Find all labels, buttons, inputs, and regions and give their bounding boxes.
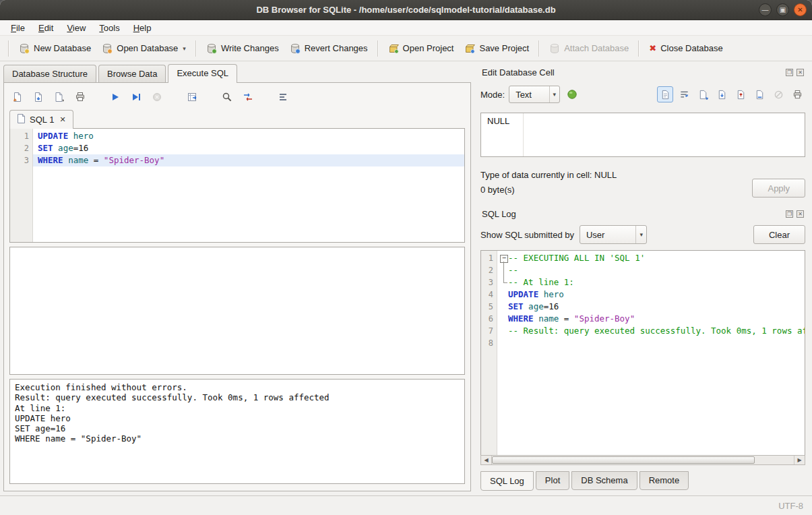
code-line[interactable]: -- At line 1:: [497, 276, 805, 289]
attach-database-icon: [549, 43, 560, 54]
minimize-icon[interactable]: —: [759, 3, 772, 16]
apply-button[interactable]: Apply: [752, 179, 805, 198]
dock-tab-plot[interactable]: Plot: [536, 471, 569, 490]
stop-icon[interactable]: [149, 89, 165, 105]
chevron-down-icon: ▾: [635, 226, 643, 243]
sql-toolbar: [9, 86, 465, 108]
code-line[interactable]: SET age=16: [33, 142, 464, 154]
execute-all-icon[interactable]: [107, 89, 123, 105]
tab-execute-sql[interactable]: Execute SQL: [168, 64, 237, 83]
revert-changes-button[interactable]: Revert Changes: [284, 40, 373, 57]
scroll-right-icon[interactable]: ▶: [794, 456, 805, 464]
attach-database-button[interactable]: Attach Database: [544, 40, 634, 57]
print-icon[interactable]: [72, 89, 88, 105]
new-database-label: New Database: [34, 43, 91, 53]
tab-browse-data[interactable]: Browse Data: [98, 65, 166, 82]
close-panel-icon[interactable]: ✕: [797, 210, 804, 218]
close-tab-icon[interactable]: ✕: [59, 115, 65, 124]
set-null-icon[interactable]: [770, 86, 786, 102]
save-sql-file-as-icon[interactable]: [51, 89, 67, 105]
scrollbar-track[interactable]: [492, 456, 794, 464]
dock-tab-remote[interactable]: Remote: [639, 471, 689, 490]
menu-help[interactable]: Help: [127, 21, 158, 35]
new-database-button[interactable]: New Database: [13, 40, 96, 57]
code-line[interactable]: --: [497, 264, 805, 276]
open-project-button[interactable]: Open Project: [383, 40, 460, 57]
sql-log-view[interactable]: 12345678-- EXECUTING ALL IN 'SQL 1'---- …: [480, 250, 805, 455]
code-line[interactable]: -- EXECUTING ALL IN 'SQL 1': [497, 252, 805, 264]
toolbar-separator: [8, 40, 9, 57]
auto-format-icon[interactable]: [564, 86, 580, 102]
toolbar-separator: [638, 40, 639, 57]
fold-marker-icon[interactable]: [499, 252, 508, 264]
line-number: 4: [481, 289, 497, 301]
sql-log-title: SQL Log: [482, 209, 516, 219]
mode-select[interactable]: Text ▾: [509, 86, 560, 103]
dock-tab-sql-log[interactable]: SQL Log: [480, 471, 534, 491]
export-to-file-icon[interactable]: [732, 86, 749, 102]
cell-editor[interactable]: NULL: [480, 113, 805, 157]
write-changes-label: Write Changes: [221, 43, 279, 53]
code-line[interactable]: UPDATE hero: [497, 289, 805, 301]
encoding-indicator[interactable]: UTF-8: [778, 501, 803, 511]
close-panel-icon[interactable]: ✕: [797, 69, 804, 76]
line-number: 1: [481, 252, 497, 264]
sql-editor[interactable]: 123UPDATE heroSET age=16WHERE name = "Sp…: [9, 128, 465, 243]
save-as-icon[interactable]: [751, 86, 768, 102]
edit-cell-dock-icons: ❐ ✕: [786, 69, 804, 76]
code-token: [534, 313, 539, 325]
write-changes-button[interactable]: Write Changes: [201, 40, 284, 57]
log-filter-select[interactable]: User ▾: [580, 225, 647, 244]
open-database-dropdown-icon[interactable]: ▾: [183, 45, 186, 52]
sql-tab[interactable]: SQL 1 ✕: [9, 110, 73, 129]
scrollbar-thumb[interactable]: [492, 456, 755, 464]
code-line[interactable]: -- Result: query executed successfully. …: [497, 325, 805, 337]
print-cell-icon[interactable]: [789, 86, 805, 102]
log-hscrollbar[interactable]: ◀ ▶: [480, 455, 805, 465]
edit-cell-toolbar: Mode: Text ▾: [480, 84, 805, 104]
results-grid[interactable]: [9, 247, 465, 375]
text-view-icon[interactable]: [657, 86, 673, 102]
export-results-icon[interactable]: [184, 89, 200, 105]
code-line[interactable]: [497, 337, 805, 349]
menu-tools[interactable]: Tools: [92, 21, 126, 35]
code-line[interactable]: SET age=16: [497, 301, 805, 313]
close-window-icon[interactable]: ✕: [794, 3, 807, 16]
code-token: name: [538, 313, 559, 325]
code-token: "Spider-Boy": [104, 154, 164, 166]
code-area[interactable]: -- EXECUTING ALL IN 'SQL 1'---- At line …: [497, 251, 805, 455]
find-icon[interactable]: [219, 89, 235, 105]
code-token: =16: [544, 301, 559, 313]
clear-log-button[interactable]: Clear: [753, 225, 805, 244]
tab-database-structure[interactable]: Database Structure: [3, 65, 96, 82]
code-token: SET: [38, 142, 53, 154]
format-sql-icon[interactable]: [275, 89, 291, 105]
titlebar[interactable]: DB Browser for SQLite - /home/user/code/…: [0, 0, 812, 20]
find-replace-icon[interactable]: [240, 89, 256, 105]
open-sql-file-icon[interactable]: [9, 89, 26, 105]
code-line[interactable]: WHERE name = "Spider-Boy": [33, 154, 464, 166]
code-area[interactable]: UPDATE heroSET age=16WHERE name = "Spide…: [33, 129, 464, 242]
import-from-file-icon[interactable]: [714, 86, 730, 102]
float-panel-icon[interactable]: ❐: [786, 69, 793, 76]
scroll-left-icon[interactable]: ◀: [481, 456, 492, 464]
menu-view[interactable]: View: [60, 21, 92, 35]
execution-output[interactable]: Execution finished without errors. Resul…: [9, 379, 465, 484]
open-in-external-icon[interactable]: [695, 86, 711, 102]
dock-tab-db-schema[interactable]: DB Schema: [571, 471, 637, 490]
open-database-button[interactable]: Open Database ▾: [96, 40, 191, 57]
execute-line-icon[interactable]: [128, 89, 144, 105]
word-wrap-icon[interactable]: [676, 86, 692, 102]
code-line[interactable]: UPDATE hero: [33, 130, 464, 142]
line-number: 2: [10, 142, 32, 154]
close-database-button[interactable]: ✖ Close Database: [644, 40, 728, 57]
sql-tab-label: SQL 1: [30, 115, 54, 125]
save-project-button[interactable]: Save Project: [459, 40, 534, 57]
code-token: -- EXECUTING ALL IN 'SQL 1': [508, 252, 645, 264]
menu-file[interactable]: File: [4, 21, 32, 35]
menu-edit[interactable]: Edit: [32, 21, 60, 35]
float-panel-icon[interactable]: ❐: [786, 210, 793, 218]
maximize-icon[interactable]: ▣: [776, 3, 789, 16]
code-line[interactable]: WHERE name = "Spider-Boy": [497, 313, 805, 325]
save-sql-file-icon[interactable]: [30, 89, 46, 105]
